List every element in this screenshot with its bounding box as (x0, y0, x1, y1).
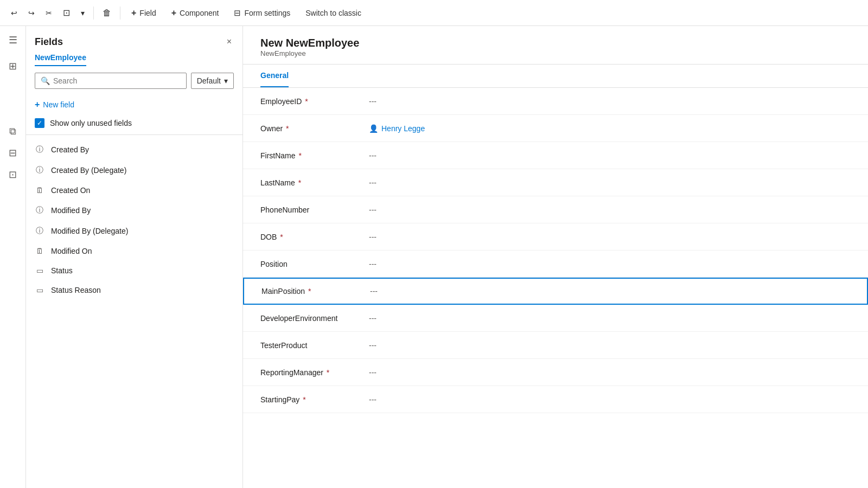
form-subtitle: NewEmployee (260, 49, 851, 57)
field-type-icon: ⓘ (35, 206, 44, 215)
form-row[interactable]: TesterProduct --- (243, 332, 868, 359)
field-label: StartingPay * (260, 388, 369, 412)
cut-icon: ✂ (46, 9, 52, 17)
field-label: ReportingManager * (260, 361, 369, 384)
check-icon: ✓ (37, 119, 42, 127)
field-type-icon: ⓘ (35, 226, 44, 236)
delete-button[interactable]: 🗑 (98, 5, 116, 21)
required-marker: * (297, 151, 302, 160)
field-value: --- (369, 144, 851, 168)
close-fields-button[interactable]: × (225, 35, 234, 49)
list-item[interactable]: 🗓 Modified On (26, 241, 242, 261)
entity-tab-label[interactable]: NewEmployee (35, 53, 86, 66)
form-area: New NewEmployee NewEmployee General Empl… (243, 26, 868, 488)
field-value: --- (369, 388, 851, 412)
search-input[interactable] (53, 76, 181, 85)
undo-icon: ↩ (11, 9, 17, 17)
field-value: --- (369, 225, 851, 249)
unused-fields-label[interactable]: Show only unused fields (50, 119, 132, 127)
form-settings-button[interactable]: ⊟ Form settings (227, 5, 297, 21)
list-item[interactable]: ⓘ Modified By (Delegate) (26, 221, 242, 241)
field-item-label: Modified By (51, 206, 234, 215)
icon-rail: ☰ ⊞ ⧉ ⊟ ⊡ (0, 26, 26, 488)
list-item[interactable]: ⓘ Modified By (26, 200, 242, 221)
form-row[interactable]: MainPosition * --- (243, 278, 868, 305)
required-marker: * (301, 395, 305, 404)
field-item-label: Modified By (Delegate) (51, 227, 234, 235)
required-marker: * (284, 124, 289, 133)
field-label: FirstName * (260, 144, 369, 168)
list-item[interactable]: ⓘ Created By (26, 139, 242, 160)
list-item[interactable]: ⓘ Created By (Delegate) (26, 160, 242, 181)
list-item[interactable]: ▭ Status Reason (26, 280, 242, 300)
field-value: --- (369, 89, 851, 113)
entity-tab: NewEmployee (26, 49, 242, 66)
dropdown-label: Default (197, 76, 221, 85)
form-row[interactable]: EmployeeID * --- (243, 88, 868, 115)
field-label: TesterProduct (260, 333, 369, 357)
general-tab[interactable]: General (260, 65, 289, 87)
field-type-icon: ⓘ (35, 145, 44, 155)
fields-header: Fields × (26, 26, 242, 49)
add-field-button[interactable]: + Field (125, 5, 163, 21)
toolbar: ↩ ↪ ✂ ⊡ ▾ 🗑 + Field + Component ⊟ Form s… (0, 0, 868, 26)
new-field-plus-icon: + (35, 100, 40, 110)
dropdown-button[interactable]: ▾ (76, 5, 89, 21)
toolbar-divider (93, 7, 94, 20)
search-box[interactable]: 🔍 (35, 73, 187, 89)
required-marker: * (303, 97, 308, 106)
form-row[interactable]: Owner * 👤 Henry Legge (243, 115, 868, 142)
redo-button[interactable]: ↪ (24, 5, 39, 21)
fields-title: Fields (35, 36, 63, 48)
unused-fields-checkbox[interactable]: ✓ (35, 118, 44, 128)
switch-classic-button[interactable]: Switch to classic (299, 5, 368, 21)
fields-list: ⓘ Created By ⓘ Created By (Delegate) 🗓 C… (26, 135, 242, 488)
field-item-label: Status Reason (51, 286, 234, 294)
filter-dropdown[interactable]: Default ▾ (191, 73, 234, 89)
cut-button[interactable]: ✂ (41, 5, 56, 21)
form-row[interactable]: PhoneNumber --- (243, 196, 868, 223)
field-value: --- (369, 198, 851, 222)
form-tabs: General (243, 65, 868, 88)
form-title: New NewEmployee (260, 37, 851, 49)
search-row: 🔍 Default ▾ (26, 66, 242, 95)
field-type-icon: 🗓 (35, 247, 44, 255)
form-row[interactable]: StartingPay * --- (243, 386, 868, 413)
paste-button[interactable]: ⊡ (59, 4, 74, 21)
toolbar-divider-2 (120, 7, 120, 20)
form-row[interactable]: LastName * --- (243, 169, 868, 196)
form-card: New NewEmployee NewEmployee General Empl… (243, 26, 868, 488)
list-item[interactable]: ▭ Status (26, 261, 242, 280)
undo-button[interactable]: ↩ (7, 5, 22, 21)
form-row[interactable]: DeveloperEnvironment --- (243, 305, 868, 332)
controls-icon[interactable]: ⊡ (3, 165, 23, 184)
views-icon[interactable]: ⊟ (3, 143, 23, 163)
search-icon: 🔍 (41, 76, 50, 85)
grid-icon[interactable]: ⊞ (3, 56, 23, 76)
field-label: PhoneNumber (260, 198, 369, 222)
add-component-button[interactable]: + Component (165, 5, 226, 21)
new-field-button[interactable]: + New field (35, 98, 74, 112)
field-type-icon: ▭ (35, 286, 44, 294)
paste-icon: ⊡ (63, 8, 70, 18)
form-row[interactable]: ReportingManager * --- (243, 359, 868, 386)
delete-icon: 🗑 (103, 8, 111, 18)
layers-icon[interactable]: ⧉ (3, 121, 23, 141)
switch-classic-label: Switch to classic (305, 9, 361, 17)
hamburger-icon[interactable]: ☰ (3, 30, 23, 50)
field-item-label: Created On (51, 186, 234, 195)
required-marker: * (278, 233, 283, 241)
form-row[interactable]: FirstName * --- (243, 142, 868, 169)
form-settings-label: Form settings (244, 9, 290, 17)
component-button-label: Component (180, 9, 219, 17)
new-field-row: + New field (26, 95, 242, 116)
field-label: Owner * (260, 117, 369, 140)
form-row[interactable]: DOB * --- (243, 223, 868, 251)
owner-name: Henry Legge (381, 124, 425, 133)
form-row[interactable]: Position --- (243, 251, 868, 278)
field-value: --- (369, 171, 851, 195)
field-label: DeveloperEnvironment (260, 306, 369, 330)
required-marker: * (296, 178, 301, 187)
list-item[interactable]: 🗓 Created On (26, 181, 242, 200)
field-label: MainPosition * (261, 279, 370, 303)
